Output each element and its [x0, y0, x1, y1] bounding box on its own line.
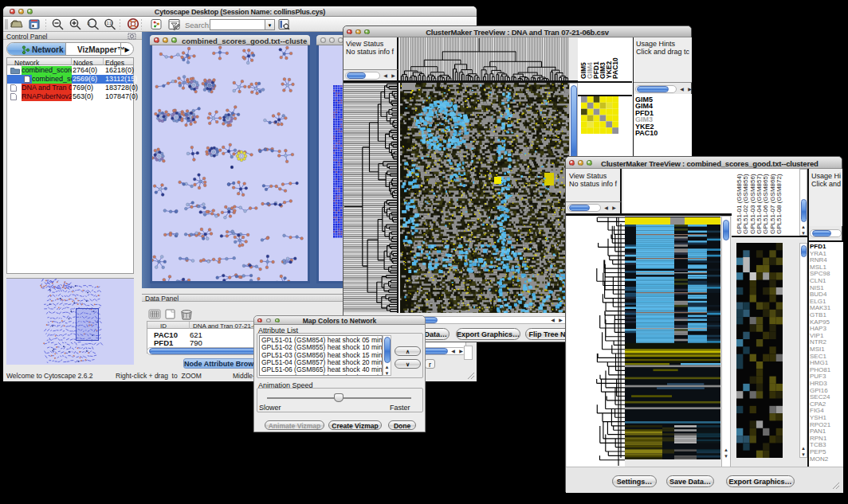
- svg-text:1:1: 1:1: [107, 21, 112, 25]
- svg-text:⇄: ⇄: [88, 21, 91, 25]
